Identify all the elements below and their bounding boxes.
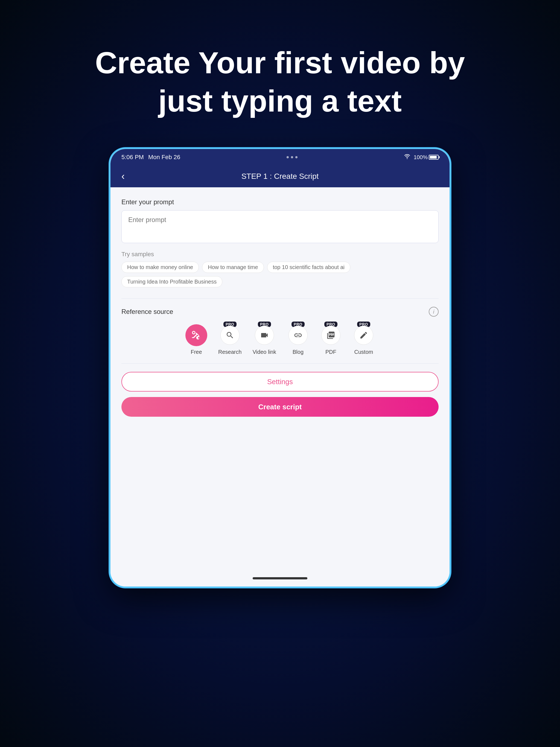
search-icon [226,331,234,340]
battery-icon [429,155,439,160]
divider-1 [121,298,439,299]
create-script-button[interactable]: Create script [121,397,439,417]
dot1 [286,156,289,158]
info-icon[interactable]: i [429,307,439,317]
battery-percent: 100% [414,154,428,160]
video-link-label: Video link [253,349,276,355]
free-icon-circle [185,324,207,346]
sample-chip-0[interactable]: How to make money online [121,262,199,273]
status-time: 5:06 PM [121,154,144,161]
source-item-custom[interactable]: PRO Custom [353,324,375,355]
video-icon [260,331,269,340]
nav-bar: ‹ STEP 1 : Create Script [110,165,450,187]
back-button[interactable]: ‹ [121,171,125,182]
status-bar-dots [286,156,298,158]
source-item-video-link[interactable]: PRO Video link [253,324,276,355]
custom-icon-gray [354,326,373,345]
pdf-icon-wrap: PRO [320,324,342,346]
source-item-research[interactable]: PRO Research [218,324,242,355]
source-item-free[interactable]: Free [185,324,207,355]
wifi-icon [404,154,410,160]
sample-chip-3[interactable]: Turning Idea Into Profitable Business [121,276,222,287]
main-content: Enter your prompt Try samples How to mak… [110,187,450,570]
pdf-label: PDF [325,349,336,355]
nav-title: STEP 1 : Create Script [241,172,319,181]
headline-line1: Create Your first video by [95,46,465,80]
prompt-input[interactable] [121,210,439,243]
source-item-blog[interactable]: PRO Blog [287,324,309,355]
dot3 [295,156,298,158]
home-indicator-bar [253,577,307,579]
reference-source-header: Reference source i [121,307,439,317]
reference-source-label: Reference source [121,308,173,315]
free-label: Free [190,349,202,355]
video-link-icon-wrap: PRO [253,324,275,346]
pencil-icon [359,331,368,340]
status-bar-left: 5:06 PM Mon Feb 26 [121,154,180,161]
sample-chip-2[interactable]: top 10 scientific facts about ai [267,262,350,273]
video-link-icon-gray [255,326,274,345]
blog-label: Blog [292,349,304,355]
status-bar-right: 100% [404,154,439,160]
sources-row: Free PRO Research PRO [121,324,439,355]
samples-row: How to make money online How to manage t… [121,262,439,287]
divider-2 [121,363,439,364]
home-indicator [110,570,450,587]
prompt-label: Enter your prompt [121,198,439,206]
device-frame: 5:06 PM Mon Feb 26 100% [109,148,451,588]
blog-icon-gray [288,326,308,345]
link-icon [294,331,302,340]
free-icon-wrap [185,324,207,346]
research-icon-wrap: PRO [219,324,241,346]
scissors-icon [191,330,202,340]
status-date: Mon Feb 26 [148,154,180,161]
battery: 100% [414,154,439,160]
dot2 [291,156,293,158]
source-item-pdf[interactable]: PRO PDF [320,324,342,355]
try-samples-label: Try samples [121,251,439,258]
pdf-icon [327,331,335,340]
settings-button[interactable]: Settings [121,372,439,391]
blog-icon-wrap: PRO [287,324,309,346]
custom-icon-wrap: PRO [353,324,375,346]
headline: Create Your first video by just typing a… [95,44,465,120]
pdf-icon-gray [321,326,340,345]
custom-label: Custom [354,349,373,355]
battery-fill [430,156,437,159]
research-icon-gray [221,326,239,345]
status-bar: 5:06 PM Mon Feb 26 100% [110,149,450,165]
sample-chip-1[interactable]: How to manage time [202,262,263,273]
headline-line2: just typing a text [158,84,402,118]
research-label: Research [218,349,242,355]
